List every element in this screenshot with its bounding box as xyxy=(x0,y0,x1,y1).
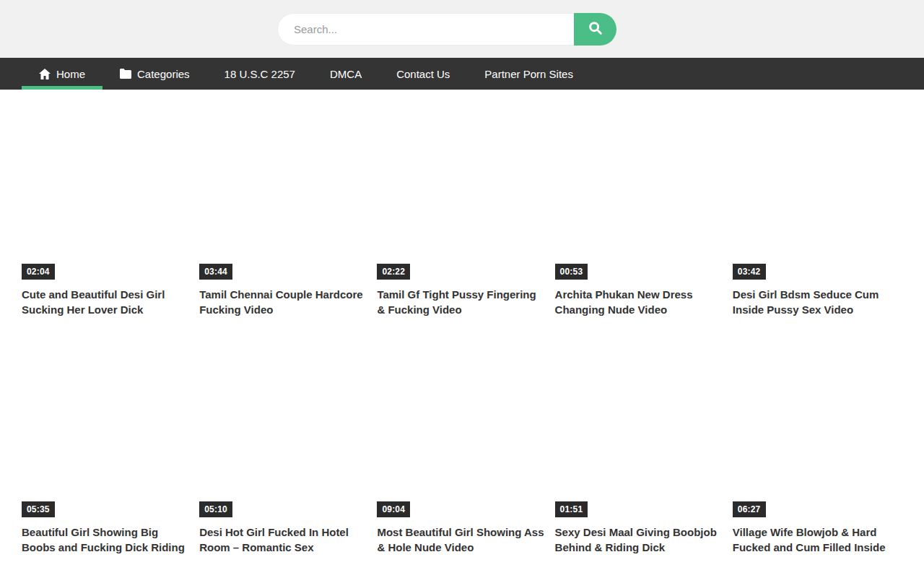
duration-badge: 05:35 xyxy=(22,501,55,517)
video-card[interactable]: 00:53 Archita Phukan New Dress Changing … xyxy=(555,101,725,317)
video-card[interactable]: 09:04 Most Beautiful Girl Showing Ass & … xyxy=(377,339,546,555)
video-title[interactable]: Archita Phukan New Dress Changing Nude V… xyxy=(555,287,725,317)
nav-item-label: Partner Porn Sites xyxy=(484,68,573,80)
magnifier-icon xyxy=(588,20,603,38)
search-input[interactable] xyxy=(277,13,574,46)
nav-item-label: DMCA xyxy=(330,68,362,80)
video-thumbnail[interactable]: 05:10 xyxy=(199,339,369,519)
folder-icon xyxy=(120,69,131,79)
video-title[interactable]: Desi Girl Bdsm Seduce Cum Inside Pussy S… xyxy=(733,287,902,317)
search-button[interactable] xyxy=(574,13,616,46)
nav-item-label: Contact Us xyxy=(396,68,450,80)
video-card[interactable]: 05:35 Beautiful Girl Showing Big Boobs a… xyxy=(22,339,191,555)
video-thumbnail[interactable]: 03:44 xyxy=(199,101,369,282)
duration-badge: 05:10 xyxy=(199,501,232,517)
nav-item-dmca[interactable]: DMCA xyxy=(313,58,379,90)
video-card[interactable]: 02:04 Cute and Beautiful Desi Girl Sucki… xyxy=(22,101,191,317)
nav-item-label: 18 U.S.C 2257 xyxy=(225,68,295,80)
nav-item-label: Categories xyxy=(137,68,190,80)
video-title[interactable]: Tamil Chennai Couple Hardcore Fucking Vi… xyxy=(199,287,369,317)
video-card[interactable]: 03:42 Desi Girl Bdsm Seduce Cum Inside P… xyxy=(733,101,902,317)
duration-badge: 01:51 xyxy=(555,501,588,517)
nav-item-home[interactable]: Home xyxy=(22,58,103,90)
video-title[interactable]: Cute and Beautiful Desi Girl Sucking Her… xyxy=(22,287,191,317)
duration-badge: 09:04 xyxy=(377,501,410,517)
video-title[interactable]: Most Beautiful Girl Showing Ass & Hole N… xyxy=(377,525,546,555)
video-thumbnail[interactable]: 02:22 xyxy=(377,101,546,282)
video-card[interactable]: 01:51 Sexy Desi Maal Giving Boobjob Behi… xyxy=(555,339,725,555)
nav-item-categories[interactable]: Categories xyxy=(103,58,207,90)
video-card[interactable]: 03:44 Tamil Chennai Couple Hardcore Fuck… xyxy=(199,101,369,317)
video-thumbnail[interactable]: 00:53 xyxy=(555,101,725,282)
video-title[interactable]: Sexy Desi Maal Giving Boobjob Behind & R… xyxy=(555,525,725,555)
nav-item-contact[interactable]: Contact Us xyxy=(379,58,467,90)
main-navbar: Home Categories 18 U.S.C 2257 DMCA Conta… xyxy=(0,58,924,90)
duration-badge: 03:42 xyxy=(733,264,766,280)
search-form xyxy=(277,13,616,46)
video-title[interactable]: Beautiful Girl Showing Big Boobs and Fuc… xyxy=(22,525,191,555)
video-thumbnail[interactable]: 05:35 xyxy=(22,339,191,519)
nav-item-2257[interactable]: 18 U.S.C 2257 xyxy=(207,58,313,90)
duration-badge: 00:53 xyxy=(555,264,588,280)
video-thumbnail[interactable]: 09:04 xyxy=(377,339,546,519)
video-grid: 02:04 Cute and Beautiful Desi Girl Sucki… xyxy=(22,101,902,555)
duration-badge: 06:27 xyxy=(733,501,766,517)
home-icon xyxy=(39,69,51,79)
nav-item-partner-sites[interactable]: Partner Porn Sites xyxy=(467,58,590,90)
nav-item-label: Home xyxy=(56,68,85,80)
video-thumbnail[interactable]: 01:51 xyxy=(555,339,725,519)
video-thumbnail[interactable]: 06:27 xyxy=(733,339,902,519)
duration-badge: 02:04 xyxy=(22,264,55,280)
video-title[interactable]: Desi Hot Girl Fucked In Hotel Room – Rom… xyxy=(199,525,369,555)
video-thumbnail[interactable]: 02:04 xyxy=(22,101,191,282)
duration-badge: 03:44 xyxy=(199,264,232,280)
duration-badge: 02:22 xyxy=(377,264,410,280)
video-title[interactable]: Village Wife Blowjob & Hard Fucked and C… xyxy=(733,525,902,555)
video-title[interactable]: Tamil Gf Tight Pussy Fingering & Fucking… xyxy=(377,287,546,317)
video-card[interactable]: 05:10 Desi Hot Girl Fucked In Hotel Room… xyxy=(199,339,369,555)
video-card[interactable]: 02:22 Tamil Gf Tight Pussy Fingering & F… xyxy=(377,101,546,317)
top-header xyxy=(0,0,924,58)
video-thumbnail[interactable]: 03:42 xyxy=(733,101,902,282)
video-card[interactable]: 06:27 Village Wife Blowjob & Hard Fucked… xyxy=(733,339,902,555)
